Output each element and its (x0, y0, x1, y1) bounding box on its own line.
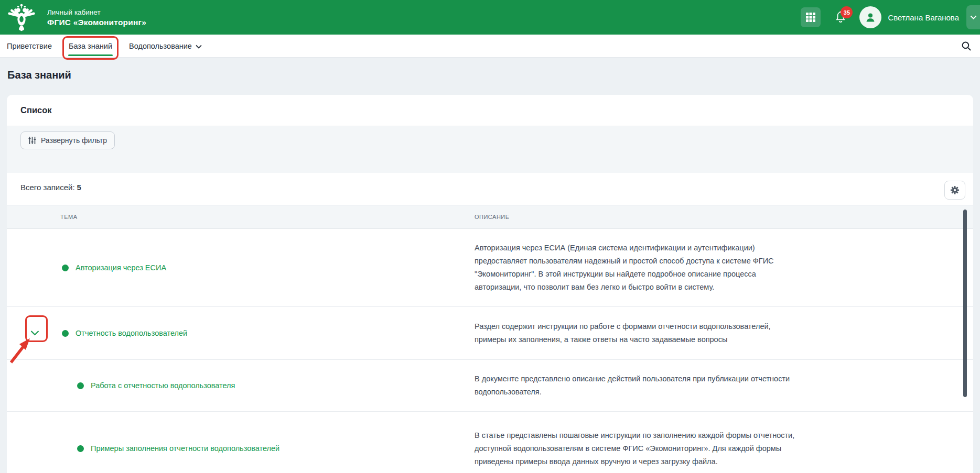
description-cell: Раздел содержит инструкции по работе с ф… (475, 307, 973, 359)
table-row: Примеры заполнения отчетности водопользо… (7, 412, 973, 473)
topic-cell: Работа с отчетностью водопользователя (7, 381, 475, 390)
chevron-down-icon (196, 45, 202, 49)
page-title: База знаний (7, 69, 973, 81)
topic-link[interactable]: Отчетность водопользователей (76, 329, 187, 337)
topic-cell: Отчетность водопользователей (7, 329, 475, 337)
grid-icon (805, 12, 816, 23)
panel-title: Список (7, 95, 973, 126)
filter-sliders-icon (28, 136, 36, 145)
user-name: Светлана Ваганова (888, 13, 959, 22)
table-header: ТЕМА ОПИСАНИЕ (7, 205, 973, 229)
notifications-button[interactable]: 35 (834, 10, 848, 25)
column-header-tema: ТЕМА (7, 214, 475, 220)
topic-status-dot (77, 382, 84, 389)
topic-status-dot (77, 445, 84, 452)
nav-tab-2[interactable]: База знаний (67, 35, 114, 57)
records-count-text: Всего записей:5 (20, 181, 81, 192)
expand-filter-button[interactable]: Развернуть фильтр (20, 131, 115, 149)
chevron-down-icon (970, 15, 977, 20)
description-cell: В статье представлены пошаговые инструкц… (475, 416, 973, 473)
notification-badge: 35 (841, 6, 853, 18)
records-label: Всего записей: (20, 183, 75, 192)
list-panel: Список Развернуть фильтр Всего записей:5 (7, 95, 973, 473)
nav-tab-3[interactable]: Водопользование (127, 35, 203, 57)
nav-tab-label: Приветствие (7, 42, 52, 50)
nav-tab-label: Водопользование (129, 42, 192, 50)
gear-icon (950, 185, 960, 195)
chevron-down-icon (30, 331, 39, 336)
expand-filter-label: Развернуть фильтр (41, 136, 107, 145)
topic-status-dot (62, 330, 69, 337)
app-title: Личный кабинет ФГИС «Экомониторинг» (47, 7, 146, 27)
nav-tabs: ПриветствиеБаза знанийВодопользование (5, 35, 203, 57)
nav-tab-label: База знаний (69, 42, 112, 50)
app-title-line2: ФГИС «Экомониторинг» (47, 17, 146, 27)
avatar[interactable] (859, 6, 881, 28)
vertical-scrollbar-thumb[interactable] (963, 210, 967, 397)
coat-of-arms-logo (6, 2, 37, 32)
topic-link[interactable]: Работа с отчетностью водопользователя (91, 381, 235, 390)
user-menu-button[interactable] (966, 5, 980, 29)
user-icon (864, 11, 877, 24)
main-navbar: ПриветствиеБаза знанийВодопользование (0, 35, 980, 58)
description-cell: Авторизация через ЕСИА (Единая система и… (475, 229, 973, 306)
topic-link[interactable]: Примеры заполнения отчетности водопользо… (91, 444, 279, 453)
expand-row-button[interactable] (30, 331, 39, 336)
topic-status-dot (62, 265, 69, 271)
table-body: Авторизация через ЕСИААвторизация через … (7, 229, 973, 473)
table-row: Работа с отчетностью водопользователяВ д… (7, 360, 973, 412)
app-header: Личный кабинет ФГИС «Экомониторинг» 35 (0, 0, 980, 35)
apps-grid-button[interactable] (801, 7, 821, 27)
main-content: База знаний Список Развернуть фильтр Все… (0, 69, 980, 473)
topic-cell: Авторизация через ЕСИА (7, 263, 475, 272)
table-row: Отчетность водопользователейРаздел содер… (7, 307, 973, 360)
nav-tab-1[interactable]: Приветствие (5, 35, 53, 57)
table-row: Авторизация через ЕСИААвторизация через … (7, 229, 973, 307)
topic-cell: Примеры заполнения отчетности водопользо… (7, 444, 475, 453)
column-header-opisanie: ОПИСАНИЕ (475, 214, 973, 220)
search-icon (961, 41, 972, 51)
records-count: 5 (77, 183, 81, 192)
table-settings-button[interactable] (944, 181, 965, 200)
app-title-line1: Личный кабинет (47, 7, 146, 17)
description-cell: В документе представлено описание действ… (475, 360, 973, 411)
search-button[interactable] (961, 41, 972, 51)
filter-strip: Развернуть фильтр (7, 126, 973, 173)
topic-link[interactable]: Авторизация через ЕСИА (76, 263, 166, 272)
records-row: Всего записей:5 (7, 173, 973, 205)
